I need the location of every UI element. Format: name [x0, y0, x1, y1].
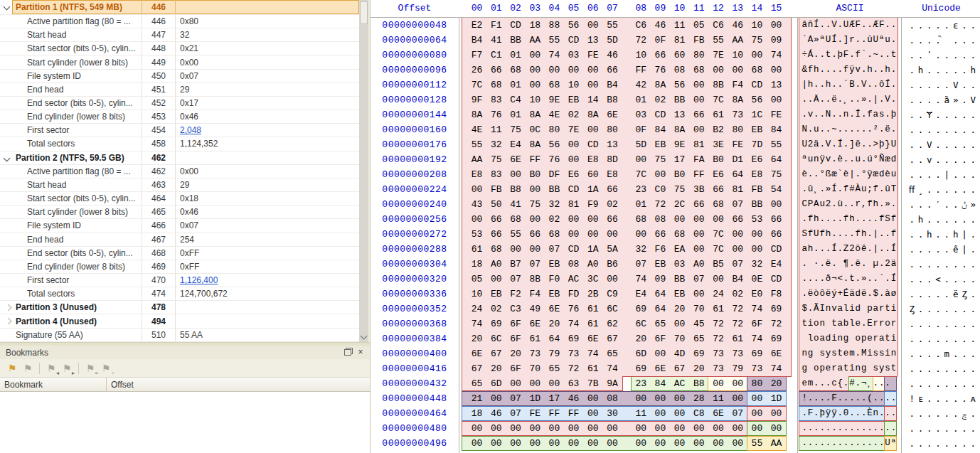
hex-byte-cell[interactable]: 4E: [545, 107, 564, 122]
hex-byte-cell[interactable]: 65: [602, 346, 622, 361]
ascii-char-cell[interactable]: t: [885, 302, 890, 316]
ascii-char-cell[interactable]: u: [885, 33, 890, 48]
ascii-char-cell[interactable]: ]: [849, 137, 855, 152]
ascii-char-cell[interactable]: .: [819, 48, 825, 63]
ascii-char-cell[interactable]: F: [879, 18, 885, 33]
unicode-char-cell[interactable]: v: [925, 152, 934, 167]
hex-byte-cell[interactable]: 20: [486, 361, 506, 376]
ascii-char-cell[interactable]: Í: [885, 78, 890, 92]
hex-byte-cell[interactable]: 08: [564, 257, 583, 272]
ascii-char-cell[interactable]: ß: [825, 167, 831, 182]
hex-byte-cell[interactable]: 6E: [708, 406, 728, 421]
hex-byte-cell[interactable]: 7C: [708, 242, 728, 257]
hex-byte-cell[interactable]: 76: [564, 302, 583, 316]
hex-byte-cell[interactable]: 84: [767, 122, 786, 137]
hex-byte-cell[interactable]: F1: [486, 18, 506, 33]
hex-byte-cell[interactable]: 10: [632, 48, 651, 63]
hex-byte-cell[interactable]: 00: [486, 436, 506, 451]
ascii-char-cell[interactable]: .: [873, 391, 878, 406]
unicode-char-cell[interactable]: .: [960, 122, 969, 137]
ascii-char-cell[interactable]: h: [825, 78, 831, 92]
ascii-char-cell[interactable]: Í: [831, 182, 837, 197]
hex-byte-cell[interactable]: 00: [747, 227, 767, 242]
hex-byte-cell[interactable]: 3B: [689, 182, 708, 197]
ascii-char-cell[interactable]: s: [873, 346, 878, 361]
ascii-char-cell[interactable]: r: [873, 316, 878, 331]
hex-byte-cell[interactable]: 5A: [602, 242, 622, 257]
ascii-char-cell[interactable]: .: [831, 152, 837, 167]
ascii-char-cell[interactable]: [837, 257, 843, 272]
hex-byte-cell[interactable]: F9: [583, 197, 602, 212]
unicode-char-cell[interactable]: .: [960, 302, 969, 316]
hex-byte-cell[interactable]: 53: [467, 227, 486, 242]
hex-byte-cell[interactable]: 72: [708, 331, 728, 346]
ascii-char-cell[interactable]: °: [819, 167, 825, 182]
tree-row[interactable]: Partition 3 (Unused)478: [0, 301, 359, 314]
ascii-char-cell[interactable]: n: [825, 302, 831, 316]
ascii-char-cell[interactable]: ,: [861, 197, 867, 212]
hex-byte-cell[interactable]: 74: [564, 316, 583, 331]
ascii-char-cell[interactable]: [867, 257, 873, 272]
ascii-char-cell[interactable]: À: [855, 182, 861, 197]
ascii-char-cell[interactable]: 2: [825, 197, 831, 212]
hex-byte-cell[interactable]: 73: [564, 346, 583, 361]
unicode-char-cell[interactable]: .: [960, 167, 969, 182]
unicode-char-cell[interactable]: .: [960, 212, 969, 227]
tree-row[interactable]: Partition 4 (Unused)494: [0, 314, 359, 328]
ascii-char-cell[interactable]: [825, 316, 831, 331]
ascii-char-cell[interactable]: ~: [831, 122, 837, 137]
ascii-char-cell[interactable]: ~: [873, 48, 878, 63]
ascii-char-cell[interactable]: û: [885, 182, 890, 197]
tree-row[interactable]: End head45129: [0, 83, 359, 97]
unicode-char-cell[interactable]: »: [969, 197, 977, 212]
unicode-char-cell[interactable]: .: [960, 272, 969, 287]
hex-byte-cell[interactable]: 74: [467, 316, 486, 331]
ascii-char-cell[interactable]: U: [843, 18, 848, 33]
unicode-char-cell[interactable]: .: [942, 361, 951, 376]
unicode-char-cell[interactable]: .: [942, 107, 951, 122]
remove-bookmark-button[interactable]: ⚑×: [82, 361, 98, 375]
ascii-char-cell[interactable]: ä: [849, 287, 855, 302]
unicode-char-cell[interactable]: .: [907, 421, 916, 436]
hex-byte-cell[interactable]: 73: [728, 107, 747, 122]
ascii-char-cell[interactable]: .: [879, 436, 885, 451]
ascii-char-cell[interactable]: [807, 361, 813, 376]
unicode-char-cell[interactable]: V: [925, 137, 934, 152]
unicode-char-cell[interactable]: .: [969, 182, 977, 197]
hex-byte-cell[interactable]: 00: [545, 436, 564, 451]
ascii-char-cell[interactable]: .: [837, 227, 843, 242]
unicode-char-cell[interactable]: .: [960, 152, 969, 167]
ascii-char-cell[interactable]: ´: [879, 272, 885, 287]
hex-byte-cell[interactable]: B0: [670, 167, 689, 182]
hex-byte-cell[interactable]: EB: [747, 122, 767, 137]
hex-byte-cell[interactable]: 7E: [708, 48, 728, 63]
ascii-char-cell[interactable]: u: [855, 152, 861, 167]
ascii-char-cell[interactable]: ÿ: [819, 152, 825, 167]
unicode-char-cell[interactable]: .: [969, 302, 977, 316]
hex-byte-cell[interactable]: 8B: [526, 272, 545, 287]
unicode-char-cell[interactable]: .: [925, 18, 934, 33]
hex-byte-cell[interactable]: 68: [506, 63, 525, 78]
hex-byte-cell[interactable]: 61: [708, 302, 728, 316]
hex-byte-cell[interactable]: FB: [486, 182, 506, 197]
hex-byte-cell[interactable]: 00: [689, 92, 708, 107]
hex-byte-cell[interactable]: 60: [670, 48, 689, 63]
unicode-char-cell[interactable]: .: [960, 78, 969, 92]
unicode-char-cell[interactable]: .: [934, 242, 942, 257]
unicode-char-cell[interactable]: .: [960, 436, 969, 451]
unicode-char-cell[interactable]: .: [969, 272, 977, 287]
unicode-char-cell[interactable]: .: [952, 331, 960, 346]
ascii-char-cell[interactable]: .: [837, 122, 843, 137]
unicode-char-cell[interactable]: .: [969, 167, 977, 182]
ascii-char-cell[interactable]: ª: [879, 33, 885, 48]
ascii-char-cell[interactable]: þ: [837, 48, 843, 63]
ascii-char-cell[interactable]: .: [867, 122, 873, 137]
ascii-char-cell[interactable]: ð: [825, 272, 831, 287]
hex-byte-cell[interactable]: 23: [632, 376, 651, 391]
ascii-char-cell[interactable]: »: [825, 182, 831, 197]
hex-byte-cell[interactable]: 02: [564, 107, 583, 122]
hex-byte-cell[interactable]: 00: [651, 391, 670, 406]
ascii-char-cell[interactable]: |: [801, 78, 807, 92]
unicode-char-cell[interactable]: .: [916, 48, 925, 63]
unicode-char-cell[interactable]: .: [925, 92, 934, 107]
